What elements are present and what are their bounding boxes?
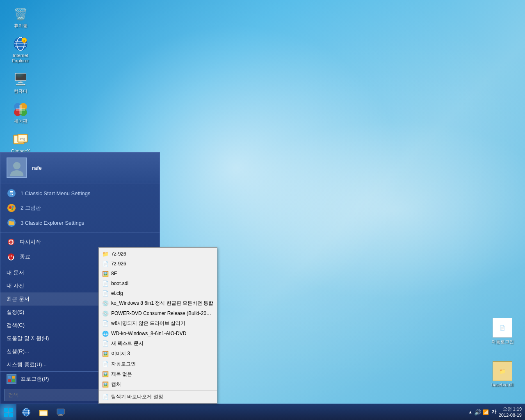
8e-icon: 🖼️ [102,270,109,277]
classic-start-icon [7,188,16,198]
svg-rect-22 [10,192,13,193]
tray-icons: ▲ 🔊 📶 [468,409,489,415]
my-pics-label: 내 사진 [7,282,24,290]
ie-label: Internet Explorer [6,53,35,64]
classic-start-label: 1 Classic Start Menu Settings [21,190,91,196]
capture-icon: 🖼️ [102,381,109,388]
ie-icon: e [12,36,29,52]
start-item-classic-explorer[interactable]: 3 Classic Explorer Settings [0,215,160,230]
user-avatar [7,158,27,178]
flyout-item-wd-ko[interactable]: 🌐 WD-ko-Windows_8-6in1-AIO-DVD [99,329,217,338]
tray-time-display: 오전 1:19 [499,406,522,412]
tray-network-icon[interactable]: 📶 [483,409,489,415]
no-title-icon: 🖼️ [102,371,109,378]
taskbar-explorer[interactable] [35,404,52,420]
computer-icon: 🖥️ [12,71,29,88]
taskbar-tray: ▲ 🔊 📶 가 오전 1:19 2012-08-19 [465,406,525,418]
flyout-item-power-dvd[interactable]: 💿 POWER-DVD Consumer Release (Build-2012… [99,308,217,318]
svg-point-19 [10,170,23,176]
autologin-label: 자동로그인 [491,339,514,345]
start-item-paint[interactable]: 2 그림판 [0,201,160,215]
browser-shortcut-icon: 📄 [102,394,109,400]
start-item-classic-start[interactable]: 1 Classic Start Menu Settings [0,186,160,201]
taskbar-network[interactable] [52,404,69,420]
new-text-icon: 📄 [102,340,109,347]
svg-rect-23 [10,193,13,194]
taskbar-ie[interactable] [18,404,34,420]
flyout-item-new-text[interactable]: 📄 새 텍스트 문서 [99,338,217,349]
svg-rect-12 [16,108,25,111]
start-menu-pinned: 1 Classic Start Menu Settings 2 [0,183,160,233]
flyout-no-title-label: 제목 없음 [111,371,132,378]
svg-point-18 [13,162,21,169]
desktop-icon-gimagex[interactable]: img GImageX [4,130,37,155]
flyout-item-boot[interactable]: 📄 boot.sdi [99,278,217,288]
desktop-icon-computer[interactable]: 🖥️ 컴퓨터 [4,70,37,96]
svg-rect-44 [9,413,13,417]
autologin-file-icon: 📄 [493,318,512,338]
svg-rect-43 [4,413,8,417]
desktop-icon-recycle[interactable]: 🗑️ 휴지통 [4,4,37,30]
paint-label: 2 그림판 [21,204,41,212]
language-indicator[interactable]: 가 [491,409,496,415]
boot-icon: 📄 [102,280,109,287]
flyout-item-7z-folder2[interactable]: 📄 7z-926 [99,259,217,269]
svg-rect-39 [8,379,11,382]
classic-explorer-icon [7,218,16,228]
flyout-capture-label: 캡처 [111,381,121,388]
flyout-item-eicfg[interactable]: 📄 ei.cfg [99,288,217,298]
ko-windows-icon: 💿 [102,300,109,307]
flyout-item-8e[interactable]: 🖼️ 8E [99,269,217,278]
tray-volume-icon[interactable]: 🔊 [474,409,481,415]
flyout-7z-folder1-label: 7z-926 [111,251,126,257]
restart-label: 다시시작 [20,238,41,246]
tray-clock[interactable]: 오전 1:19 2012-08-19 [499,406,522,418]
control-panel-icon [12,101,29,118]
flyout-image3-label: 이미지 3 [111,350,130,357]
recent-docs-flyout: 📁 7z-926 📄 7z-926 🖼️ 8E 📄 boot.sdi 📄 ei.… [98,247,217,404]
basebrd-label: basebrd.dll [491,382,514,387]
control-panel-label: 제어판 [14,119,27,124]
flyout-w8-drivers-label: w8서명되지 않은 드라이브 살리기 [111,320,185,327]
flyout-item-7z-folder1[interactable]: 📁 7z-926 [99,249,217,259]
svg-rect-51 [39,410,43,411]
flyout-wd-ko-label: WD-ko-Windows_8-6in1-AIO-DVD [111,331,186,336]
desktop-icon-autologin[interactable]: 📄 자동로그인 [488,318,517,345]
image3-icon: 🖼️ [102,351,109,357]
desktop-icon-ie[interactable]: e Internet Explorer [4,34,37,65]
svg-text:e: e [23,39,25,42]
programs-label: 프로그램(P) [21,375,49,383]
shutdown-menu-label: 시스템 종료(U)... [7,361,47,368]
tray-expand-icon[interactable]: ▲ [468,410,472,414]
desktop: 🗑️ 휴지통 e Internet Explorer 🖥️ 컴퓨터 [0,0,525,420]
flyout-item-browser-shortcut[interactable]: 📄 탐색기 바로나오게 설정 [99,392,217,402]
folder1-icon: 📁 [102,251,109,257]
programs-icon [7,374,16,384]
flyout-eicfg-label: ei.cfg [111,290,123,296]
shutdown-icon [7,252,16,261]
flyout-item-w8-drivers[interactable]: 📄 w8서명되지 않은 드라이브 살리기 [99,318,217,329]
flyout-item-capture[interactable]: 🖼️ 캡처 [99,379,217,390]
svg-point-29 [9,209,11,210]
svg-rect-42 [9,408,13,412]
flyout-7z-folder2-label: 7z-926 [111,261,126,267]
svg-rect-40 [12,379,15,382]
flyout-item-autologin[interactable]: 📄 자동로그인 [99,359,217,369]
svg-rect-56 [58,415,63,416]
flyout-item-ko-windows[interactable]: 💿 ko_Windows 8 6in1 정식 한글판 모든버전 통합 [99,298,217,308]
desktop-icon-control[interactable]: 제어판 [4,100,37,126]
basebrd-folder-icon: 📁 [493,361,512,381]
flyout-item-no-title[interactable]: 🖼️ 제목 없음 [99,369,217,379]
w8-drivers-icon: 📄 [102,320,109,327]
classic-explorer-label: 3 Classic Explorer Settings [21,220,84,226]
svg-rect-41 [4,408,8,412]
shutdown-label: 종료 [20,253,30,260]
desktop-icon-basebrd[interactable]: 📁 basebrd.dll [488,361,517,387]
svg-point-27 [12,206,14,208]
svg-rect-54 [57,409,64,414]
flyout-item-image3[interactable]: 🖼️ 이미지 3 [99,349,217,359]
flyout-8e-label: 8E [111,271,117,276]
svg-rect-52 [40,411,47,415]
start-button[interactable] [0,404,16,420]
restart-icon [7,237,16,247]
